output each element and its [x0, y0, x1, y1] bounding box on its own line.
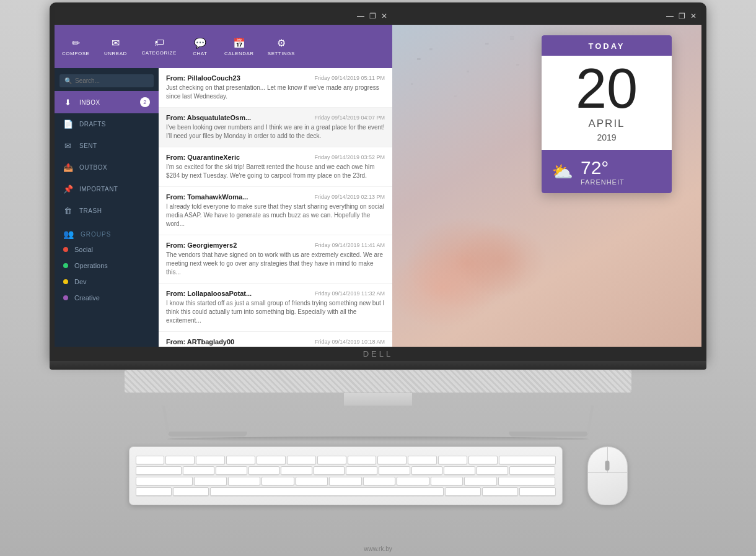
chat-icon: 💬 [194, 37, 206, 49]
email-preview-3: I already told everyone to make sure tha… [166, 202, 385, 228]
dev-label: Dev [74, 278, 87, 285]
inbox-icon: ⬇ [63, 98, 73, 107]
weather-temp: 72° [581, 157, 609, 178]
mouse[interactable] [587, 446, 628, 505]
unread-icon: ✉ [112, 37, 120, 49]
calendar-day: 20 [542, 56, 672, 118]
dell-logo: DELL [55, 347, 701, 361]
toolbar-unread[interactable]: ✉ UNREAD [102, 37, 129, 56]
outbox-label: OUTBOX [79, 164, 107, 171]
nav-trash[interactable]: 🗑 TRASH [55, 200, 159, 222]
monitor-bottom-bar [50, 361, 706, 370]
settings-label: SETTINGS [268, 51, 295, 56]
email-item-4[interactable]: From: Georgiemyers2 Friday 09/14/2019 11… [159, 235, 392, 284]
email-from-6: From: ARTbaglady00 [166, 338, 234, 345]
screen: 𝄘 𝄘 𝄘 𝄘 𝄘 𝄘 𝄘 𝄘 𝄘 𝄘 — ❐ [55, 7, 701, 347]
settings-icon: ⚙ [277, 37, 286, 49]
desktop-close-btn[interactable]: ✕ [690, 12, 697, 20]
important-icon: 📌 [63, 185, 73, 194]
nav-important[interactable]: 📌 IMPORTANT [55, 178, 159, 200]
toolbar-calendar[interactable]: 📅 CALENDAR [224, 37, 255, 56]
nav-outbox[interactable]: 📤 OUTBOX [55, 157, 159, 178]
close-btn[interactable]: ✕ [381, 12, 387, 20]
unread-label: UNREAD [104, 51, 127, 56]
group-social[interactable]: Social [55, 241, 159, 258]
app-titlebar: — ❐ ✕ [55, 7, 392, 25]
search-input[interactable] [75, 77, 149, 84]
monitor-bezel: 𝄘 𝄘 𝄘 𝄘 𝄘 𝄘 𝄘 𝄘 𝄘 𝄘 — ❐ [50, 2, 706, 361]
nav-inbox[interactable]: ⬇ INBOX 2 [55, 91, 159, 113]
calendar-year: 2019 [542, 132, 672, 150]
email-from-0: From: PillalooCouch23 [166, 74, 240, 82]
email-date-0: Friday 09/14/2019 05:11 PM [314, 75, 385, 81]
email-item-2[interactable]: From: QuarantineXeric Friday 09/14/2019 … [159, 147, 392, 187]
email-preview-0: Just checking on that presentation... Le… [166, 84, 385, 101]
inbox-badge: 2 [140, 97, 150, 107]
outbox-icon: 📤 [63, 163, 73, 172]
stand-base [167, 406, 589, 437]
toolbar-settings[interactable]: ⚙ SETTINGS [267, 37, 296, 56]
groups-label: GROUPS [81, 231, 111, 238]
keyboard[interactable] [129, 446, 563, 505]
email-from-4: From: Georgiemyers2 [166, 241, 237, 249]
email-preview-1: I've been looking over numbers and I thi… [166, 123, 385, 141]
stand-neck [344, 393, 412, 406]
email-from-2: From: QuarantineXeric [166, 154, 240, 161]
email-list[interactable]: From: PillalooCouch23 Friday 09/14/2019 … [159, 68, 392, 347]
stand-leg-left [162, 406, 248, 437]
calendar-label: CALENDAR [224, 51, 254, 56]
nav-drafts[interactable]: 📄 DRAFTS [55, 113, 159, 135]
compose-icon: ✏ [72, 37, 80, 49]
calendar-header: TODAY [542, 35, 672, 56]
trash-label: TRASH [79, 207, 102, 214]
calendar-widget: TODAY 20 APRIL 2019 ⛅ 72° FARENHEIT [542, 35, 672, 193]
categorize-icon: 🏷 [154, 37, 164, 48]
desktop-titlebar: — ❐ ✕ [392, 7, 701, 25]
compose-label: COMPOSE [62, 51, 89, 56]
calendar-month: APRIL [542, 118, 672, 130]
email-item-6[interactable]: From: ARTbaglady00 Friday 09/14/2019 10:… [159, 332, 392, 347]
creative-dot [63, 295, 68, 300]
app-window: — ❐ ✕ ✏ COMPOSE ✉ UNREAD [55, 7, 392, 347]
email-item-5[interactable]: From: LollapaloosaPotat... Friday 09/14/… [159, 284, 392, 332]
email-item-3[interactable]: From: TomahawkWoma... Friday 09/14/2019 … [159, 187, 392, 235]
email-date-4: Friday 09/14/2019 11:41 AM [315, 242, 385, 248]
dev-dot [63, 279, 68, 284]
email-from-3: From: TomahawkWoma... [166, 193, 248, 201]
toolbar-chat[interactable]: 💬 CHAT [189, 37, 211, 56]
chat-label: CHAT [193, 51, 207, 56]
minimize-btn[interactable]: — [357, 12, 364, 20]
email-from-1: From: AbsquatulateOsm... [166, 114, 251, 121]
group-operations[interactable]: Operations [55, 258, 159, 274]
group-creative[interactable]: Creative [55, 290, 159, 306]
restore-btn[interactable]: ❐ [369, 12, 376, 20]
groups-header-item[interactable]: 👥 GROUPS [55, 222, 159, 241]
mouse-scroll-wheel [605, 461, 610, 471]
operations-label: Operations [74, 262, 108, 269]
sent-icon: ✉ [63, 141, 73, 150]
social-label: Social [74, 246, 93, 253]
drafts-label: DRAFTS [79, 121, 106, 128]
email-item-0[interactable]: From: PillalooCouch23 Friday 09/14/2019 … [159, 68, 392, 108]
toolbar-compose[interactable]: ✏ COMPOSE [62, 37, 89, 56]
groups-icon: 👥 [63, 229, 74, 239]
search-icon: 🔍 [64, 77, 72, 84]
group-dev[interactable]: Dev [55, 274, 159, 290]
email-date-6: Friday 09/14/2019 10:18 AM [315, 339, 385, 345]
email-item-1[interactable]: From: AbsquatulateOsm... Friday 09/14/20… [159, 108, 392, 147]
desktop-restore-btn[interactable]: ❐ [679, 12, 685, 20]
inbox-label: INBOX [79, 99, 100, 106]
desktop-minimize-btn[interactable]: — [666, 12, 674, 20]
monitor-speaker [124, 370, 632, 393]
nav-sent[interactable]: ✉ SENT [55, 135, 159, 157]
weather-unit: FARENHEIT [581, 178, 625, 186]
toolbar-categorize[interactable]: 🏷 CATEGORIZE [141, 37, 176, 56]
creative-label: Creative [74, 294, 100, 302]
important-label: IMPORTANT [79, 186, 118, 193]
weather-icon: ⛅ [552, 162, 573, 182]
email-date-2: Friday 09/14/2019 03:52 PM [314, 154, 385, 160]
peripherals-area [129, 446, 628, 505]
calendar-icon: 📅 [233, 37, 245, 49]
email-date-1: Friday 09/14/2019 04:07 PM [314, 115, 385, 121]
stand-foot [167, 437, 589, 441]
